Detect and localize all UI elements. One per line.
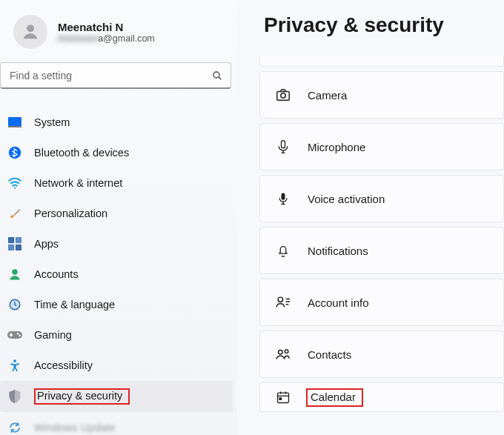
- sidebar-item-label: Personalization: [34, 207, 107, 219]
- card-calendar[interactable]: Calendar: [259, 382, 504, 412]
- microphone-icon: [275, 139, 291, 155]
- account-icon: [7, 267, 22, 282]
- profile-name: Meenatchi N: [58, 21, 155, 33]
- svg-point-15: [19, 335, 20, 337]
- accessibility-icon: [7, 358, 22, 373]
- sidebar-item-time[interactable]: Time & language: [0, 290, 233, 319]
- sidebar-item-privacy[interactable]: Privacy & security: [0, 381, 233, 412]
- sidebar-item-label: Windows Update: [34, 422, 116, 434]
- card-microphone[interactable]: Microphone: [259, 123, 504, 170]
- sidebar-item-system[interactable]: System: [0, 107, 233, 137]
- card-cutoff-top[interactable]: [259, 56, 504, 67]
- svg-rect-9: [8, 245, 14, 250]
- sidebar-item-label: Accounts: [34, 268, 79, 280]
- svg-rect-20: [282, 193, 285, 200]
- brush-icon: [7, 206, 22, 221]
- search-input[interactable]: [8, 69, 211, 82]
- sidebar-item-personalization[interactable]: Personalization: [0, 199, 233, 228]
- sidebar-item-label: Gaming: [34, 329, 72, 341]
- sidebar-item-label: Apps: [34, 238, 59, 250]
- card-label: Microphone: [308, 141, 365, 153]
- card-camera[interactable]: Camera: [259, 71, 504, 119]
- sidebar-item-gaming[interactable]: Gaming: [0, 320, 233, 350]
- svg-point-26: [285, 350, 288, 353]
- svg-rect-7: [8, 237, 14, 243]
- gaming-icon: [7, 328, 22, 342]
- sidebar-item-accounts[interactable]: Accounts: [0, 259, 233, 289]
- sidebar-nav: System Bluetooth & devices Network & int…: [0, 96, 237, 435]
- wifi-icon: [7, 176, 22, 190]
- sidebar-item-label: Privacy & security: [34, 388, 130, 405]
- camera-icon: [275, 87, 291, 103]
- svg-rect-4: [8, 126, 21, 127]
- sidebar-item-label: Time & language: [34, 299, 115, 311]
- system-icon: [7, 115, 22, 130]
- svg-rect-3: [8, 117, 21, 126]
- sidebar: Meenatchi N mxxxxxxxa@gmail.com System B…: [0, 0, 237, 435]
- svg-rect-31: [279, 398, 282, 400]
- main-content: Privacy & security Camera Microphone Voi…: [237, 0, 504, 435]
- card-label: Calendar: [308, 390, 362, 405]
- card-label: Voice activation: [308, 193, 385, 205]
- svg-point-0: [27, 24, 34, 32]
- sidebar-item-label: Accessibility: [34, 359, 93, 371]
- search-box[interactable]: [0, 62, 231, 89]
- svg-point-1: [213, 72, 219, 78]
- page-title: Privacy & security: [264, 13, 504, 37]
- svg-point-16: [13, 359, 16, 362]
- card-label: Camera: [308, 89, 347, 102]
- search-icon: [211, 70, 223, 82]
- profile-email: mxxxxxxxa@gmail.com: [58, 33, 155, 44]
- bluetooth-icon: [7, 145, 22, 160]
- sidebar-item-network[interactable]: Network & internet: [0, 168, 233, 198]
- sidebar-item-accessibility[interactable]: Accessibility: [0, 351, 233, 380]
- bell-icon: [275, 242, 291, 259]
- card-notifications[interactable]: Notifications: [259, 227, 504, 274]
- svg-point-25: [279, 351, 283, 355]
- sidebar-item-label: Bluetooth & devices: [34, 147, 129, 159]
- card-account-info[interactable]: Account info: [259, 279, 504, 326]
- card-label: Notifications: [308, 245, 368, 257]
- svg-rect-10: [16, 245, 21, 250]
- shield-icon: [7, 389, 22, 404]
- card-contacts[interactable]: Contacts: [259, 331, 504, 378]
- sidebar-item-update[interactable]: Windows Update: [0, 413, 233, 435]
- account-info-icon: [275, 294, 291, 311]
- card-label: Contacts: [308, 348, 351, 361]
- card-label: Account info: [308, 296, 369, 309]
- card-voice[interactable]: Voice activation: [259, 175, 504, 222]
- update-icon: [7, 420, 22, 435]
- sidebar-item-apps[interactable]: Apps: [0, 229, 233, 259]
- profile-block[interactable]: Meenatchi N mxxxxxxxa@gmail.com: [0, 15, 237, 62]
- svg-point-18: [281, 93, 285, 98]
- svg-line-2: [219, 77, 221, 79]
- svg-point-6: [14, 187, 16, 189]
- apps-icon: [7, 236, 22, 251]
- calendar-icon: [275, 389, 291, 405]
- sidebar-item-bluetooth[interactable]: Bluetooth & devices: [0, 138, 233, 167]
- sidebar-item-label: System: [34, 116, 70, 128]
- contacts-icon: [275, 346, 291, 362]
- avatar: [13, 15, 47, 49]
- svg-point-21: [278, 297, 282, 302]
- svg-point-14: [17, 333, 19, 335]
- svg-rect-19: [282, 141, 285, 148]
- svg-rect-8: [16, 237, 21, 243]
- voice-icon: [275, 190, 291, 207]
- sidebar-item-label: Network & internet: [34, 177, 122, 189]
- svg-point-11: [12, 269, 18, 275]
- clock-icon: [7, 297, 22, 312]
